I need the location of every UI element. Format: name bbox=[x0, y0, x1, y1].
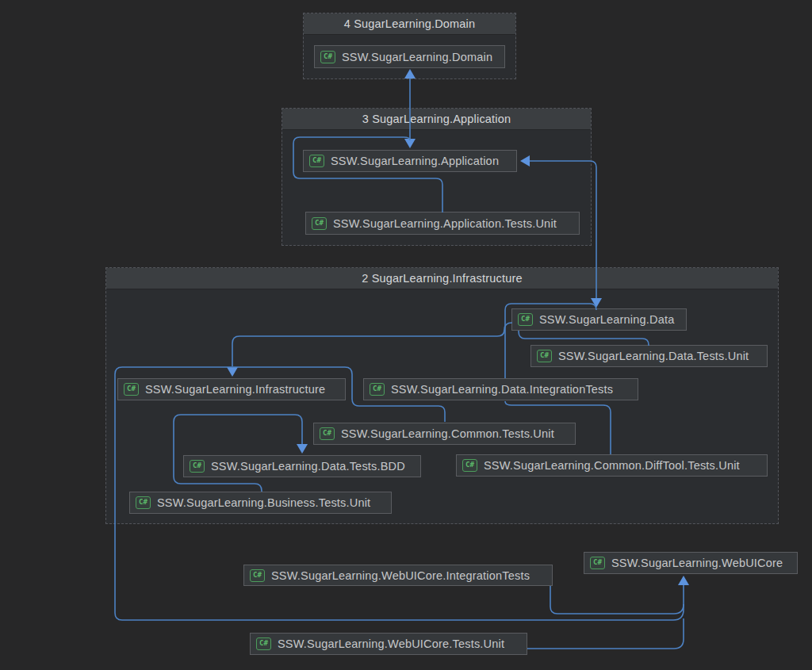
csharp-project-icon: C# bbox=[124, 383, 139, 396]
project-node-data-tests-unit[interactable]: C#SSW.SugarLearning.Data.Tests.Unit bbox=[530, 345, 768, 367]
csharp-project-icon: C# bbox=[537, 350, 552, 362]
project-node-infrastructure[interactable]: C#SSW.SugarLearning.Infrastructure bbox=[117, 378, 346, 400]
csharp-project-icon: C# bbox=[590, 557, 605, 569]
project-node-label: SSW.SugarLearning.Data.Tests.Unit bbox=[558, 350, 749, 362]
project-node-webuicore-tests-unit[interactable]: C#SSW.SugarLearning.WebUICore.Tests.Unit bbox=[250, 633, 527, 655]
dependency-edge-webui-integrationtests-join bbox=[550, 586, 684, 614]
csharp-project-icon: C# bbox=[250, 569, 265, 582]
csharp-project-icon: C# bbox=[190, 460, 205, 473]
project-node-data-tests-bdd[interactable]: C#SSW.SugarLearning.Data.Tests.BDD bbox=[183, 455, 421, 477]
csharp-project-icon: C# bbox=[370, 383, 385, 396]
project-node-label: SSW.SugarLearning.Domain bbox=[342, 51, 492, 63]
project-node-label: SSW.SugarLearning.WebUICore bbox=[611, 557, 783, 569]
dependency-diagram-canvas: 4 SugarLearning.Domain3 SugarLearning.Ap… bbox=[0, 0, 812, 670]
dependency-edge-webui-tests-unit-join bbox=[527, 618, 684, 649]
csharp-project-icon: C# bbox=[518, 313, 533, 326]
csharp-project-icon: C# bbox=[256, 637, 271, 650]
project-node-label: SSW.SugarLearning.WebUICore.Tests.Unit bbox=[278, 637, 504, 650]
csharp-project-icon: C# bbox=[462, 459, 477, 472]
project-node-label: SSW.SugarLearning.Data bbox=[539, 313, 674, 326]
project-node-application-tests-unit[interactable]: C#SSW.SugarLearning.Application.Tests.Un… bbox=[305, 212, 580, 235]
project-node-label: SSW.SugarLearning.Common.Tests.Unit bbox=[341, 427, 554, 440]
project-node-label: SSW.SugarLearning.Application.Tests.Unit bbox=[333, 217, 557, 230]
project-node-data-integrationtests[interactable]: C#SSW.SugarLearning.Data.IntegrationTest… bbox=[363, 378, 638, 400]
group-header-application-group[interactable]: 3 SugarLearning.Application bbox=[282, 109, 591, 130]
project-node-label: SSW.SugarLearning.Application bbox=[331, 155, 499, 167]
group-header-domain-group[interactable]: 4 SugarLearning.Domain bbox=[304, 13, 515, 35]
csharp-project-icon: C# bbox=[309, 155, 324, 167]
project-node-common-difftool-tests-unit[interactable]: C#SSW.SugarLearning.Common.DiffTool.Test… bbox=[456, 454, 768, 477]
group-header-infrastructure-group[interactable]: 2 SugarLearning.Infrastructure bbox=[106, 268, 778, 289]
csharp-project-icon: C# bbox=[136, 496, 151, 509]
project-node-common-tests-unit[interactable]: C#SSW.SugarLearning.Common.Tests.Unit bbox=[313, 423, 576, 445]
project-node-label: SSW.SugarLearning.Infrastructure bbox=[145, 383, 325, 396]
project-node-label: SSW.SugarLearning.Data.Tests.BDD bbox=[211, 460, 405, 473]
csharp-project-icon: C# bbox=[320, 427, 335, 440]
project-node-label: SSW.SugarLearning.Common.DiffTool.Tests.… bbox=[484, 459, 740, 472]
project-node-application[interactable]: C#SSW.SugarLearning.Application bbox=[303, 150, 517, 172]
project-node-label: SSW.SugarLearning.Business.Tests.Unit bbox=[157, 496, 370, 509]
project-node-webuicore-integrationtests[interactable]: C#SSW.SugarLearning.WebUICore.Integratio… bbox=[243, 565, 553, 586]
dependency-arrowhead bbox=[678, 576, 689, 585]
project-node-label: SSW.SugarLearning.WebUICore.IntegrationT… bbox=[271, 569, 530, 582]
project-node-business-tests-unit[interactable]: C#SSW.SugarLearning.Business.Tests.Unit bbox=[129, 492, 392, 514]
csharp-project-icon: C# bbox=[320, 51, 335, 63]
project-node-webuicore[interactable]: C#SSW.SugarLearning.WebUICore bbox=[584, 552, 798, 574]
project-node-domain[interactable]: C#SSW.SugarLearning.Domain bbox=[314, 45, 505, 68]
project-node-data[interactable]: C#SSW.SugarLearning.Data bbox=[511, 308, 687, 331]
project-node-label: SSW.SugarLearning.Data.IntegrationTests bbox=[391, 383, 613, 396]
csharp-project-icon: C# bbox=[312, 217, 327, 230]
